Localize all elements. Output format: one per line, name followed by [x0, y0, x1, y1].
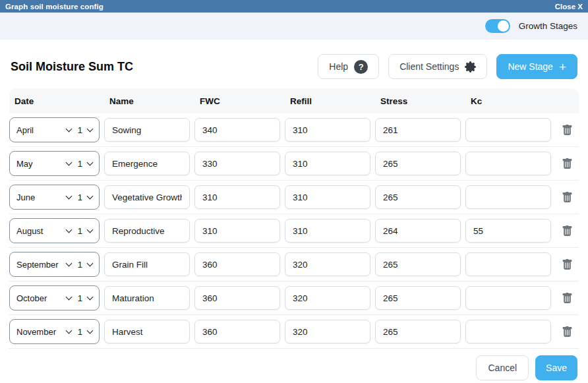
help-button[interactable]: Help ? — [318, 54, 379, 79]
name-input[interactable] — [104, 320, 190, 343]
stress-input[interactable] — [375, 185, 461, 209]
stress-input[interactable] — [375, 252, 461, 276]
delete-stage-button[interactable] — [556, 258, 579, 271]
new-stage-button[interactable]: New Stage + — [496, 54, 577, 79]
month-select[interactable]: August — [16, 226, 67, 236]
column-header-refill: Refill — [285, 96, 370, 106]
month-select[interactable]: May — [16, 159, 67, 169]
date-picker[interactable]: August 1 — [9, 218, 100, 243]
gear-icon — [465, 61, 476, 73]
fwc-input[interactable] — [194, 185, 280, 209]
delete-stage-button[interactable] — [556, 225, 579, 237]
day-select[interactable]: 1 — [78, 192, 82, 202]
delete-stage-button[interactable] — [556, 191, 579, 204]
trash-icon — [562, 158, 573, 170]
chevron-down-icon — [65, 327, 72, 334]
day-select[interactable]: 1 — [78, 226, 82, 236]
stress-input[interactable] — [375, 152, 461, 175]
date-picker[interactable]: November 1 — [9, 319, 100, 344]
chevron-down-icon — [87, 260, 94, 266]
fwc-input[interactable] — [194, 252, 280, 276]
dialog-title: Graph soil moisture config — [5, 3, 103, 11]
kc-input[interactable] — [465, 118, 551, 142]
fwc-input[interactable] — [194, 118, 280, 142]
delete-stage-button[interactable] — [556, 292, 579, 305]
help-button-label: Help — [329, 61, 348, 72]
table-body: April 1 May 1 June — [9, 113, 579, 349]
cancel-button[interactable]: Cancel — [476, 355, 529, 380]
kc-input[interactable] — [465, 152, 551, 175]
table-row: November 1 — [9, 315, 579, 349]
trash-icon — [562, 326, 573, 338]
question-circle-icon: ? — [354, 60, 368, 74]
kc-input[interactable] — [465, 252, 551, 276]
refill-input[interactable] — [285, 252, 370, 276]
chevron-down-icon — [87, 125, 94, 132]
refill-input[interactable] — [285, 320, 370, 343]
date-picker[interactable]: April 1 — [9, 117, 100, 142]
name-input[interactable] — [104, 152, 190, 175]
client-settings-label: Client Settings — [399, 61, 459, 72]
chevron-down-icon — [87, 293, 94, 300]
fwc-input[interactable] — [194, 219, 280, 243]
month-select[interactable]: September — [16, 260, 67, 270]
month-select[interactable]: October — [16, 293, 67, 303]
fwc-input[interactable] — [194, 286, 280, 310]
table-row: May 1 — [9, 147, 579, 181]
name-input[interactable] — [104, 118, 190, 142]
fwc-input[interactable] — [194, 320, 280, 343]
growth-stages-label: Growth Stages — [519, 21, 577, 31]
growth-stages-toggle[interactable] — [485, 19, 510, 33]
refill-input[interactable] — [285, 185, 370, 209]
stress-input[interactable] — [375, 286, 461, 310]
refill-input[interactable] — [285, 118, 370, 142]
trash-icon — [562, 191, 573, 204]
date-picker[interactable]: June 1 — [9, 185, 100, 210]
client-settings-button[interactable]: Client Settings — [388, 54, 487, 79]
chevron-down-icon — [87, 192, 94, 199]
kc-input[interactable] — [465, 219, 551, 243]
name-input[interactable] — [104, 286, 190, 310]
day-select[interactable]: 1 — [78, 327, 82, 337]
kc-input[interactable] — [465, 185, 551, 209]
toggle-knob — [498, 20, 509, 32]
delete-stage-button[interactable] — [556, 158, 579, 170]
day-select[interactable]: 1 — [78, 159, 82, 169]
save-button[interactable]: Save — [535, 355, 577, 380]
kc-input[interactable] — [465, 320, 551, 343]
refill-input[interactable] — [285, 219, 370, 243]
stress-input[interactable] — [375, 320, 461, 343]
name-input[interactable] — [104, 185, 190, 209]
dialog-titlebar: Graph soil moisture config Close X — [0, 0, 588, 13]
chevron-down-icon — [65, 226, 72, 233]
table-header: Date Name FWC Refill Stress Kc — [9, 88, 579, 113]
column-header-date: Date — [9, 96, 100, 106]
name-input[interactable] — [104, 252, 190, 276]
date-picker[interactable]: October 1 — [9, 285, 100, 310]
column-header-name: Name — [104, 96, 190, 106]
month-select[interactable]: November — [16, 327, 67, 337]
day-select[interactable]: 1 — [78, 125, 82, 135]
date-picker[interactable]: May 1 — [9, 151, 100, 176]
stress-input[interactable] — [375, 118, 461, 142]
refill-input[interactable] — [285, 286, 370, 310]
day-select[interactable]: 1 — [78, 293, 82, 303]
refill-input[interactable] — [285, 152, 370, 175]
month-select[interactable]: June — [16, 192, 67, 202]
chevron-down-icon — [65, 125, 72, 132]
day-select[interactable]: 1 — [78, 260, 82, 270]
close-button[interactable]: Close X — [555, 3, 583, 11]
chevron-down-icon — [87, 159, 94, 165]
trash-icon — [562, 258, 573, 271]
name-input[interactable] — [104, 219, 190, 243]
column-header-fwc: FWC — [194, 96, 280, 106]
stress-input[interactable] — [375, 219, 461, 243]
fwc-input[interactable] — [194, 152, 280, 175]
kc-input[interactable] — [465, 286, 551, 310]
delete-stage-button[interactable] — [556, 124, 579, 136]
column-header-stress: Stress — [375, 96, 461, 106]
chevron-down-icon — [65, 159, 72, 165]
date-picker[interactable]: September 1 — [9, 252, 100, 277]
delete-stage-button[interactable] — [556, 326, 579, 338]
month-select[interactable]: April — [16, 125, 67, 135]
